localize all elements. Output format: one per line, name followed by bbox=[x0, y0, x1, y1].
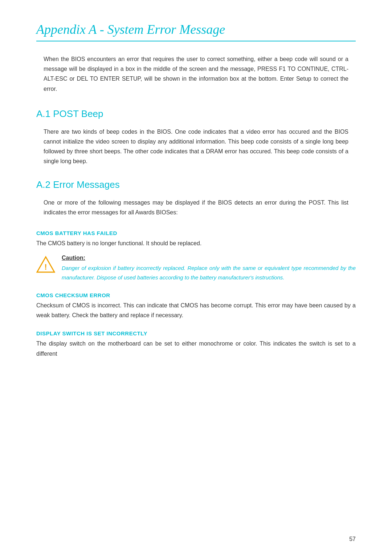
caution-content: Caution: Danger of explosion if battery … bbox=[62, 255, 356, 282]
subsection-cmos-battery-text: The CMOS battery is no longer functional… bbox=[36, 238, 356, 248]
page-title: Appendix A - System Error Message bbox=[36, 22, 356, 37]
subsection-cmos-checksum-heading: CMOS CHECKSUM ERROR bbox=[36, 292, 356, 298]
section-a1: A.1 POST Beep There are two kinds of bee… bbox=[36, 108, 356, 166]
title-underline bbox=[36, 41, 356, 41]
svg-text:!: ! bbox=[44, 262, 47, 271]
intro-paragraph: When the BIOS encounters an error that r… bbox=[36, 54, 356, 94]
page-number: 57 bbox=[349, 536, 356, 542]
caution-box: ! Caution: Danger of explosion if batter… bbox=[36, 255, 356, 282]
section-a1-heading: A.1 POST Beep bbox=[36, 108, 356, 120]
subsection-display-switch: DISPLAY SWITCH IS SET INCORRECTLY The di… bbox=[36, 330, 356, 358]
subsection-cmos-checksum-text: Checksum of CMOS is incorrect. This can … bbox=[36, 300, 356, 320]
subsection-display-switch-heading: DISPLAY SWITCH IS SET INCORRECTLY bbox=[36, 330, 356, 336]
subsection-display-switch-text: The display switch on the motherboard ca… bbox=[36, 339, 356, 358]
caution-icon: ! bbox=[36, 255, 55, 274]
caution-title: Caution: bbox=[62, 255, 356, 261]
page-container: Appendix A - System Error Message When t… bbox=[0, 0, 392, 557]
section-a2-heading: A.2 Error Messages bbox=[36, 179, 356, 190]
section-a2: A.2 Error Messages One or more of the fo… bbox=[36, 179, 356, 359]
subsection-cmos-battery-heading: CMOS BATTERY HAS FAILED bbox=[36, 230, 356, 236]
caution-text: Danger of explosion if battery incorrect… bbox=[62, 263, 356, 282]
subsection-cmos-checksum: CMOS CHECKSUM ERROR Checksum of CMOS is … bbox=[36, 292, 356, 320]
subsection-cmos-battery: CMOS BATTERY HAS FAILED The CMOS battery… bbox=[36, 230, 356, 282]
section-a1-text: There are two kinds of beep codes in the… bbox=[36, 127, 356, 166]
section-a2-intro: One or more of the following messages ma… bbox=[36, 198, 356, 217]
